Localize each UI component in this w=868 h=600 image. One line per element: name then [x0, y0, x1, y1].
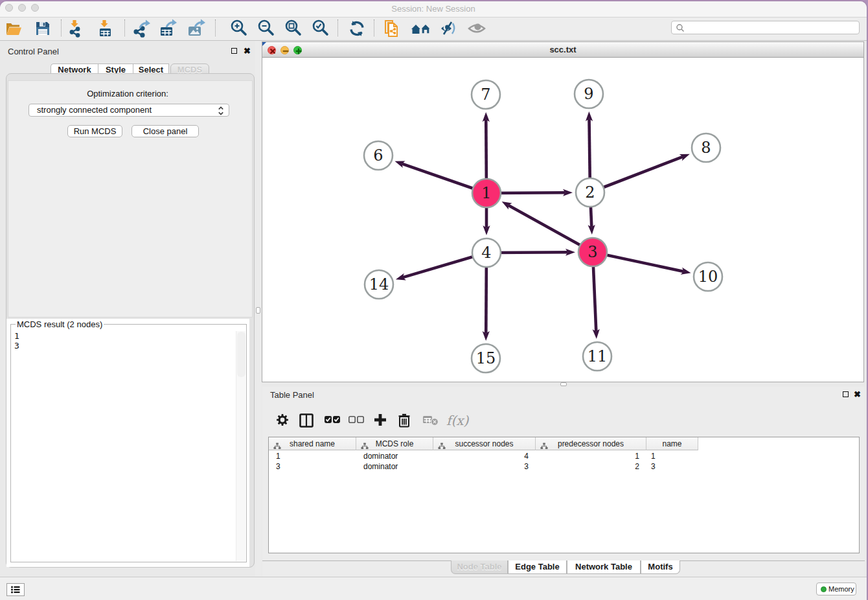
cell-shared_name-row1[interactable]: 3	[276, 461, 356, 472]
cell-predecessor_nodes-row0[interactable]: 1	[536, 451, 639, 461]
graph-node-9[interactable]: 9	[575, 80, 603, 108]
svg-text:3: 3	[588, 243, 597, 261]
node-table: shared name MCDS role successor nodes pr…	[268, 437, 860, 553]
column-header-shared-name[interactable]: shared name	[269, 437, 356, 450]
screen: Session: New Session	[0, 0, 868, 600]
table-tab-edge-table[interactable]: Edge Table	[508, 560, 567, 574]
homes-icon[interactable]	[410, 19, 429, 38]
svg-text:11: 11	[588, 347, 608, 365]
criterion-select[interactable]: strongly connected component	[29, 104, 229, 117]
cell-successor_nodes-row0[interactable]: 4	[433, 451, 529, 461]
frame-focus-corner	[262, 42, 266, 46]
export-network-icon[interactable]	[132, 19, 152, 38]
search-icon	[676, 23, 685, 32]
export-image-icon[interactable]	[187, 19, 206, 38]
network-canvas[interactable]: 1 2 3 4 6 7 8 9 10 11 14 15	[262, 58, 863, 382]
eye-icon[interactable]	[467, 19, 486, 38]
cell-mcds_role-row1[interactable]: dominator	[363, 461, 433, 472]
hide-eye-icon[interactable]	[439, 19, 458, 38]
svg-text:4: 4	[481, 244, 491, 262]
save-session-icon[interactable]	[33, 19, 52, 38]
table-tab-node-table[interactable]: Node Table	[451, 560, 508, 574]
cell-mcds_role-row0[interactable]: dominator	[363, 451, 433, 461]
horizontal-splitter-grip[interactable]	[560, 382, 567, 386]
network-frame-titlebar[interactable]: scc.txt	[262, 42, 863, 58]
checked-boxes-icon[interactable]	[324, 413, 341, 430]
svg-text:8: 8	[701, 139, 711, 157]
refresh-icon[interactable]	[347, 19, 367, 38]
select-chevrons-icon	[217, 106, 225, 116]
cell-shared_name-row0[interactable]: 1	[276, 451, 356, 461]
run-mcds-button[interactable]: Run MCDS	[67, 125, 122, 137]
toolbar-separator	[61, 19, 62, 36]
table-toolbar: f(x)	[268, 410, 860, 437]
function-icon: f(x)	[446, 413, 468, 428]
table-panel-close-icon[interactable]: ✖	[854, 391, 861, 398]
svg-text:14: 14	[369, 275, 389, 294]
svg-text:2: 2	[585, 183, 595, 202]
vertical-splitter-grip[interactable]	[256, 307, 260, 314]
column-split-icon[interactable]	[299, 413, 314, 431]
network-frame-title: scc.txt	[262, 45, 863, 54]
result-scrollbar-thumb[interactable]	[237, 332, 246, 377]
column-header-name[interactable]: name	[646, 437, 698, 450]
open-session-icon[interactable]	[4, 19, 23, 38]
graph-node-2[interactable]: 2	[576, 178, 604, 207]
delete-icon[interactable]	[397, 413, 411, 431]
result-scrollbar[interactable]	[236, 331, 246, 561]
graph-node-6[interactable]: 6	[364, 141, 393, 170]
graph-node-11[interactable]: 11	[583, 342, 611, 371]
search-input[interactable]	[671, 21, 860, 34]
cell-name-row1[interactable]: 3	[651, 461, 696, 472]
zoom-out-icon[interactable]	[257, 19, 276, 38]
status-bar: Memory	[0, 577, 867, 600]
svg-text:9: 9	[584, 85, 593, 103]
titlebar: Session: New Session	[0, 1, 867, 17]
mcds-result-legend: MCDS result (2 nodes)	[16, 319, 104, 329]
control-panel-close-icon[interactable]: ✖	[244, 48, 251, 54]
table-panel-float-icon[interactable]	[843, 391, 849, 397]
import-network-icon[interactable]	[67, 19, 87, 38]
column-header-predecessor-nodes[interactable]: predecessor nodes	[536, 437, 646, 450]
column-header-successor-nodes[interactable]: successor nodes	[433, 437, 536, 450]
graph-node-8[interactable]: 8	[692, 133, 720, 162]
export-table-icon[interactable]	[159, 19, 178, 38]
close-panel-button[interactable]: Close panel	[131, 125, 199, 137]
mcds-result-panel: MCDS result (2 nodes) 13	[6, 319, 249, 567]
zoom-fit-icon[interactable]	[284, 19, 303, 38]
graph-node-4[interactable]: 4	[472, 238, 501, 267]
graph-node-15[interactable]: 15	[472, 344, 500, 373]
cell-predecessor_nodes-row1[interactable]: 2	[536, 461, 639, 472]
table-tab-motifs[interactable]: Motifs	[641, 560, 680, 574]
graph-node-1[interactable]: 1	[472, 179, 501, 207]
unchecked-boxes-icon[interactable]	[348, 413, 365, 430]
zoom-selected-icon[interactable]	[311, 19, 330, 38]
toolbar-separator	[337, 19, 338, 36]
cell-successor_nodes-row1[interactable]: 3	[433, 461, 529, 472]
toolbar-separator	[215, 19, 216, 36]
optimization-criterion-label: Optimization criterion:	[0, 89, 255, 98]
vertical-splitter[interactable]	[255, 41, 262, 577]
gear-icon[interactable]	[275, 413, 290, 430]
documents-share-icon[interactable]	[383, 19, 402, 38]
memory-button[interactable]: Memory	[816, 583, 856, 595]
result-line: 1	[14, 331, 19, 341]
graph-node-3[interactable]: 3	[578, 238, 607, 266]
window-title: Session: New Session	[0, 4, 867, 14]
graph-node-10[interactable]: 10	[694, 262, 722, 291]
svg-text:15: 15	[476, 349, 496, 367]
graph-node-7[interactable]: 7	[472, 80, 500, 109]
cell-name-row0[interactable]: 1	[651, 451, 696, 461]
import-table-icon[interactable]	[97, 19, 117, 38]
svg-text:6: 6	[373, 146, 383, 165]
add-icon[interactable]	[373, 413, 387, 430]
panel-list-button[interactable]	[6, 583, 25, 596]
memory-status-dot	[821, 586, 827, 592]
graph-node-14[interactable]: 14	[365, 270, 393, 299]
zoom-in-icon[interactable]	[229, 19, 249, 38]
horizontal-splitter[interactable]	[262, 382, 864, 387]
table-tab-network-table[interactable]: Network Table	[567, 560, 641, 574]
toolbar-separator	[374, 19, 374, 36]
column-header-MCDS-role[interactable]: MCDS role	[356, 437, 433, 450]
control-panel-float-icon[interactable]	[231, 48, 237, 54]
